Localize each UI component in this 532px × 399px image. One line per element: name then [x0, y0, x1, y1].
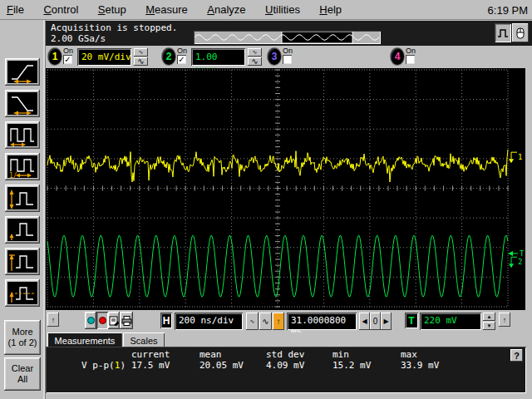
results-tabs: Measurements Scales [46, 332, 532, 347]
measure-fall-time-button[interactable] [5, 90, 40, 117]
scroll-up-right-button[interactable]: ↑ [499, 313, 510, 327]
waveform-mode-button[interactable] [495, 23, 511, 42]
svg-text:2: 2 [518, 258, 522, 266]
run-control-bar: ↑ H 200 ns/div ∿ ∿ ↑ 31.0000800 [46, 310, 532, 332]
measure-v-p-p-button[interactable] [5, 185, 40, 212]
horizontal-position-field[interactable]: 31.0000800 ms [287, 313, 357, 330]
channel-3-on-label: On [283, 47, 298, 55]
measure-v-avg-button[interactable] [5, 279, 40, 307]
large-wave-icon: ∿ [262, 317, 268, 326]
memory-bar[interactable] [194, 31, 381, 44]
measure-rise-time-button[interactable] [5, 58, 40, 86]
trigger-setup-button[interactable]: T [405, 313, 418, 328]
measurement-std-dev: 4.09 mV [266, 360, 304, 371]
up-arrow-icon: ↑ [503, 316, 507, 324]
print-button[interactable] [120, 312, 133, 329]
timebase-zoom-out-button[interactable]: ∿ [259, 313, 272, 330]
v-max-icon [8, 251, 37, 273]
scroll-up-left-button[interactable]: ↑ [47, 313, 59, 327]
channel-2-level-marker[interactable]: 2 [509, 257, 522, 268]
mouse-icon [514, 27, 527, 40]
help-button[interactable]: ? [510, 349, 523, 362]
menu-control[interactable]: Control [43, 3, 78, 16]
stop-button[interactable] [96, 312, 108, 329]
channel-1-scale-field[interactable]: 20 mV/div [77, 48, 131, 66]
channel-3-button[interactable]: 3 [268, 48, 281, 65]
col-header-max: max [401, 349, 417, 360]
col-header-mean: mean [200, 349, 222, 360]
clear-all-button[interactable]: ClearAll [4, 357, 41, 391]
sample-rate: 2.00 GSa/s [51, 33, 106, 44]
up-arrow-icon: ↑ [52, 316, 56, 324]
measure-v-min-button[interactable] [5, 216, 40, 244]
channel-1-level-marker[interactable]: 1 [509, 152, 522, 163]
menu-analyze[interactable]: Analyze [207, 3, 245, 16]
position-right-button[interactable]: ▶ [381, 313, 392, 330]
channel-2-on-checkbox[interactable]: ✓ [177, 55, 186, 64]
measure-period-button[interactable] [5, 121, 40, 149]
small-wave-icon: ∿ [139, 49, 144, 56]
channel-4-on-checkbox[interactable] [406, 55, 415, 64]
channel-2-scale-down-button[interactable]: ∿ [248, 57, 262, 66]
frequency-icon: 1/ [8, 156, 37, 178]
v-p-p-icon [8, 188, 37, 209]
trigger-level-up-button[interactable]: ▲ [483, 313, 495, 321]
channel-bar: 1 On ✓ 20 mV/div ∿ ∿ 2 On ✓ 1.00 V/div ∿… [46, 46, 532, 68]
menu-setup[interactable]: Setup [98, 3, 126, 16]
menu-help[interactable]: Help [319, 3, 342, 16]
channel-1-scale-up-button[interactable]: ∿ [134, 48, 148, 57]
pointer-mode-button[interactable] [512, 23, 529, 42]
measurement-max: 33.9 mV [401, 360, 439, 371]
fall-time-icon [8, 93, 37, 115]
channel-2-scale-up-button[interactable]: ∿ [248, 48, 262, 57]
menu-file[interactable]: File [7, 3, 24, 16]
menu-utilities[interactable]: Utilities [265, 3, 300, 16]
more-measurements-button[interactable]: More(1 of 2) [4, 320, 41, 355]
waveform-svg: 12T [46, 68, 525, 310]
waveform-display[interactable]: 12T [46, 68, 525, 310]
channel-2-scale-field[interactable]: 1.00 V/div [191, 48, 245, 66]
channel-4-button[interactable]: 4 [391, 48, 404, 65]
rise-time-icon [8, 62, 37, 83]
tab-scales[interactable]: Scales [123, 332, 165, 347]
position-left-button[interactable]: ◀ [359, 313, 370, 330]
quick-meas-button[interactable] [108, 312, 120, 329]
left-arrow-icon: ◀ [362, 318, 367, 325]
measurement-mean: 20.05 mV [200, 360, 244, 371]
status-bar: Acquisition is stopped. 2.00 GSa/s [46, 21, 532, 46]
trigger-level-field[interactable]: 220 mV [420, 313, 481, 330]
measurement-min: 15.2 mV [332, 360, 371, 371]
up-triangle-icon: ▲ [487, 314, 492, 319]
timebase-field[interactable]: 200 ns/div [175, 313, 243, 330]
menu-measure[interactable]: Measure [145, 3, 188, 16]
measurement-label: V p-p(1) [79, 360, 126, 371]
svg-text:1/: 1/ [9, 172, 17, 178]
channel-2-button[interactable]: 2 [162, 48, 175, 65]
tab-measurements[interactable]: Measurements [47, 332, 122, 347]
orange-up-arrow-icon: ↑ [277, 317, 281, 326]
run-button[interactable] [85, 312, 96, 329]
position-zero-button[interactable]: 0 [370, 313, 381, 330]
trigger-level-marker[interactable]: T [508, 249, 525, 258]
trigger-position-button[interactable]: ↑ [273, 313, 284, 330]
small-wave-icon: ∿ [250, 318, 255, 325]
measure-frequency-button[interactable]: 1/ [5, 153, 40, 180]
channel-1-scale-down-button[interactable]: ∿ [134, 57, 148, 66]
timebase-zoom-in-button[interactable]: ∿ [246, 313, 259, 330]
trigger-level-spinner: ▲ ▼ [483, 313, 495, 330]
channel-1-on-checkbox[interactable]: ✓ [63, 55, 72, 64]
measurement-current: 17.5 mV [131, 360, 170, 371]
pulse-icon [496, 27, 510, 40]
run-icon [87, 317, 95, 324]
down-triangle-icon: ▼ [487, 323, 492, 328]
trigger-level-down-button[interactable]: ▼ [483, 322, 495, 330]
acquisition-status: Acquisition is stopped. [51, 22, 177, 33]
measure-v-max-button[interactable] [5, 248, 40, 275]
measurements-panel: current mean std dev min max V p-p(1) 17… [46, 347, 526, 393]
channel-3-on-checkbox[interactable] [283, 55, 292, 64]
horizontal-setup-button[interactable]: H [160, 313, 172, 328]
col-header-min: min [332, 349, 349, 360]
channel-1-button[interactable]: 1 [48, 48, 62, 65]
svg-text:1: 1 [518, 153, 522, 161]
v-min-icon [8, 219, 37, 241]
